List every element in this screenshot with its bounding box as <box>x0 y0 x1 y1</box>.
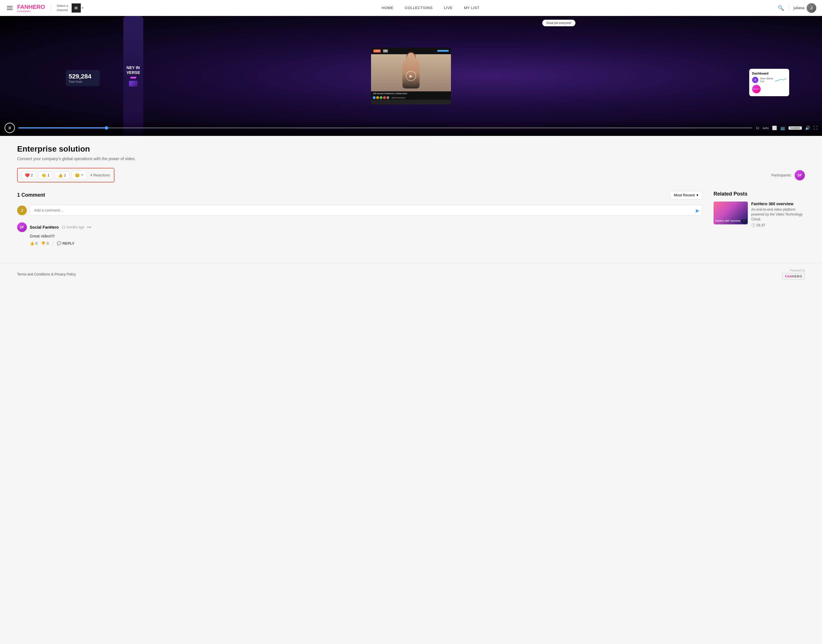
reaction-smile[interactable]: 😊 + <box>72 171 87 179</box>
comment-like-button[interactable]: 👍 0 <box>30 241 37 245</box>
volume-icon[interactable]: 🔊 <box>805 126 810 130</box>
channel-dots <box>373 96 389 99</box>
cast-icon[interactable]: 📺 <box>780 126 785 130</box>
dislike-count: 0 <box>46 241 49 245</box>
avatar: J <box>807 3 816 13</box>
reaction-heart[interactable]: ❤️ 2 <box>22 172 36 179</box>
logo-fantext: FAN <box>17 4 29 10</box>
clock-icon: 🕐 <box>751 223 756 227</box>
progress-filled <box>18 127 106 129</box>
main-nav: HOME COLLECTIONS LIVE MY LIST <box>381 6 479 10</box>
user-menu[interactable]: juliana J <box>793 3 816 13</box>
comment-dislike-button[interactable]: 👎 0 <box>41 241 49 245</box>
reaction-clap[interactable]: 👏 1 <box>38 172 52 179</box>
dashboard-clients-label: New clients <box>760 77 773 80</box>
channel-selector[interactable]: H ▾ <box>72 3 83 12</box>
thumbsup-count: 1 <box>64 173 66 177</box>
video-background: NEY INVERSE LIVE HD 10th Annual Con <box>0 16 822 136</box>
sort-chevron-icon: ▾ <box>696 193 698 197</box>
dashboard-row: A New clients 214 <box>752 77 786 83</box>
stat-label: Total Visits <box>69 80 97 83</box>
dot3 <box>380 96 383 99</box>
comment-input[interactable] <box>30 205 702 216</box>
fullscreen-icon[interactable]: ⛶ <box>813 126 817 130</box>
nav-home[interactable]: HOME <box>381 6 393 10</box>
comment-item-header: SF Social FanHero 11 months ago ••• <box>17 222 702 232</box>
thumb-device-icon: 📱 <box>741 219 747 223</box>
video-player: NEY INVERSE LIVE HD 10th Annual Con <box>0 16 822 136</box>
thumbup-icon: 👍 <box>30 241 34 245</box>
thumbdown-icon: 👎 <box>41 241 45 245</box>
stat-number: 529,284 <box>69 73 97 80</box>
logo-herotext: HERO <box>29 4 45 10</box>
smile-emoji: 😊 <box>75 173 80 178</box>
play-overlay: ▶ <box>406 71 416 81</box>
participant-avatar: SF <box>794 170 805 180</box>
footer-logo-fan: FAN <box>785 274 792 278</box>
main-content: Enterprise solution Connect your company… <box>0 136 822 263</box>
user-name: juliana <box>793 6 804 10</box>
sort-label: Most Recent <box>674 193 695 197</box>
related-post-info: FanHero 360 overview An end-to-end video… <box>751 202 805 227</box>
logo[interactable]: FANHERO ACADEMY <box>17 4 45 12</box>
related-post-desc: An end-to-end video platform powered by … <box>751 207 805 222</box>
live-badge: LIVE <box>373 49 381 52</box>
channel-icon: H <box>72 3 81 12</box>
comment-user-avatar: SF <box>17 222 27 232</box>
toast-notification: Great job everyone! <box>542 20 576 26</box>
reactions-total-label: 4 Reactions <box>90 173 110 177</box>
comments-related-layout: 1 Comment Most Recent ▾ J ▶ SF Social Fa… <box>17 191 805 251</box>
select-channel-label[interactable]: Select a channel <box>57 4 68 12</box>
related-posts-title: Related Posts <box>713 191 805 197</box>
progress-bar[interactable] <box>18 127 752 129</box>
comment-more-button[interactable]: ••• <box>87 225 91 230</box>
participants-area: Participants: SF <box>771 170 805 180</box>
heart-emoji: ❤️ <box>25 173 30 178</box>
related-posts-section: Related Posts 📱 FanHero 360° overview Fa… <box>713 191 805 251</box>
fanhero-watermark: FANHERO <box>788 126 802 130</box>
picture-in-picture-icon[interactable]: ⬜ <box>772 126 777 130</box>
chevron-down-icon: ▾ <box>82 6 83 9</box>
header-left: FANHERO ACADEMY Select a channel H ▾ <box>6 3 83 12</box>
clap-count: 1 <box>47 173 49 177</box>
action-divider: | <box>52 241 53 246</box>
commenter-avatar: J <box>17 205 27 215</box>
reactions-row: ❤️ 2 👏 1 👍 1 😊 + 4 Reactions Participant… <box>17 168 805 182</box>
header-right: 🔍 juliana J <box>778 3 816 13</box>
speed-control[interactable]: 1x <box>756 126 759 130</box>
add-reaction-icon[interactable]: + <box>81 172 84 178</box>
dashboard-card: Dashboard A New clients 214 CRYPTO <box>749 69 789 96</box>
comments-section: 1 Comment Most Recent ▾ J ▶ SF Social Fa… <box>17 191 702 251</box>
terms-link[interactable]: Terms and Conditions & Privacy Policy <box>17 272 76 276</box>
hamburger-menu[interactable] <box>6 5 14 11</box>
nav-mylist[interactable]: MY LIST <box>464 6 479 10</box>
pause-button[interactable]: ⏸ <box>5 123 15 133</box>
comments-title: 1 Comment <box>17 192 45 198</box>
nav-live[interactable]: LIVE <box>444 6 453 10</box>
reply-button[interactable]: 💬 REPLY <box>57 241 75 245</box>
dot5 <box>386 96 389 99</box>
crypto-badge: CRYPTO <box>752 85 761 94</box>
play-center-icon[interactable]: ▶ <box>406 71 416 81</box>
header-right-divider <box>788 4 789 12</box>
comment-send-button[interactable]: ▶ <box>696 207 699 213</box>
reply-label: REPLY <box>63 241 75 245</box>
reaction-thumbsup[interactable]: 👍 1 <box>55 172 69 179</box>
related-post-item[interactable]: 📱 FanHero 360° overview FanHero 360 over… <box>713 202 805 227</box>
quality-control[interactable]: auto <box>762 126 768 130</box>
reactions-box: ❤️ 2 👏 1 👍 1 😊 + 4 Reactions <box>17 168 115 182</box>
logo-academy: ACADEMY <box>17 10 45 12</box>
sort-dropdown[interactable]: Most Recent ▾ <box>670 191 702 199</box>
comment-actions: 👍 0 👎 0 | 💬 REPLY <box>30 241 702 246</box>
phone-text: NEY INVERSE <box>126 65 140 75</box>
comment-input-wrap: ▶ <box>30 205 702 216</box>
nav-collections[interactable]: COLLECTIONS <box>405 6 432 10</box>
participants-label: Participants: <box>771 173 792 177</box>
thumbsup-emoji: 👍 <box>58 173 63 178</box>
progress-indicator <box>437 50 449 52</box>
fanhero-footer-logo: FANHERO <box>782 273 805 279</box>
search-button[interactable]: 🔍 <box>778 5 784 11</box>
hd-badge: HD <box>383 49 388 52</box>
like-count: 0 <box>35 241 37 245</box>
duration-value: 01:37 <box>757 223 765 227</box>
